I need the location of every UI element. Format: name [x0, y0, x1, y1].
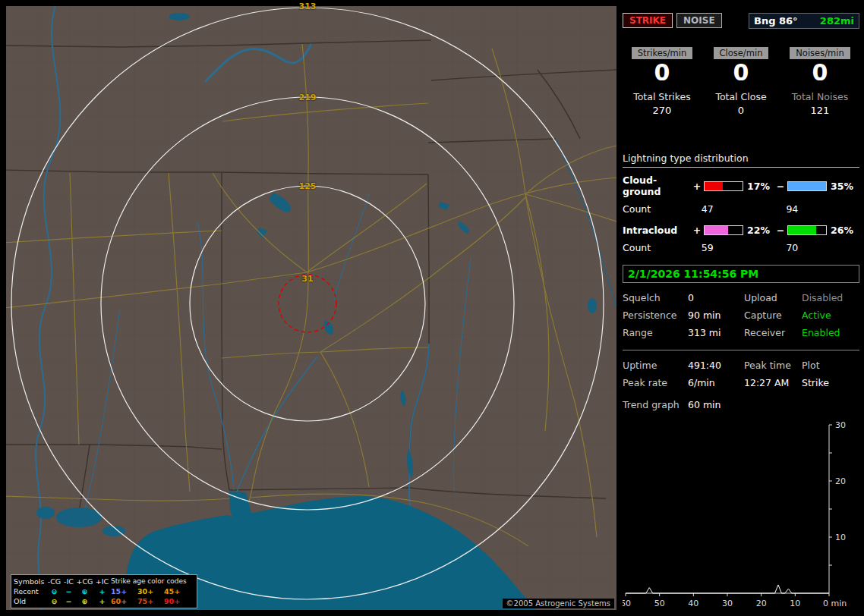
- minus-sign: −: [776, 181, 785, 192]
- range-ring-label-219: 219: [299, 93, 317, 102]
- cg-minus-percent: 35%: [831, 181, 859, 192]
- strikes-rate-column: Strikes/min 0 Total Strikes 270: [623, 47, 702, 116]
- svg-text:10: 10: [790, 599, 800, 608]
- ic-plus-percent: 22%: [747, 225, 776, 236]
- old-pos-cg-symbol: ⊕: [76, 596, 93, 606]
- cloud-ground-label: Cloud-ground: [623, 174, 692, 197]
- upload-label: Upload: [744, 292, 802, 303]
- legend-row-recent: Recent: [14, 586, 47, 596]
- cg-plus-count: 47: [690, 203, 775, 215]
- receiver-label: Receiver: [744, 327, 802, 338]
- cg-plus-percent: 17%: [747, 181, 776, 192]
- cg-minus-count: 94: [774, 203, 859, 215]
- trend-window-value: 60 min: [688, 399, 859, 410]
- cg-plus-bar: [704, 181, 743, 191]
- age-code-45: 45+: [164, 586, 191, 596]
- ic-minus-bar-fill: [788, 226, 816, 234]
- close-rate-column: Close/min 0 Total Close 0: [702, 47, 780, 116]
- squelch-label: Squelch: [623, 292, 688, 303]
- status-side-panel: STRIKE NOISE Bng 86° 282mi Strikes/min 0…: [623, 6, 859, 610]
- close-per-min-value: 0: [702, 61, 780, 85]
- intracloud-count-row: Count 59 70: [623, 242, 859, 253]
- age-code-60: 60+: [111, 596, 137, 606]
- age-code-75: 75+: [137, 596, 164, 606]
- plus-sign: +: [692, 225, 702, 236]
- old-neg-cg-symbol: ⊖: [47, 596, 61, 606]
- ic-plus-count: 59: [690, 242, 775, 253]
- noises-per-min-value: 0: [780, 61, 859, 85]
- datetime-display: 2/1/2026 11:54:56 PM: [623, 265, 859, 283]
- count-label: Count: [623, 203, 690, 215]
- copyright-notice: ©2005 Astrogenic Systems: [503, 599, 614, 608]
- peak-rate-label: Peak rate: [623, 377, 688, 388]
- svg-text:0 min: 0 min: [823, 599, 847, 608]
- bearing-label: Bng 86°: [754, 15, 798, 27]
- total-strikes-value: 270: [623, 105, 702, 116]
- svg-text:30: 30: [722, 599, 733, 608]
- range-ring-label-125: 125: [299, 181, 317, 191]
- total-close-label: Total Close: [702, 91, 780, 102]
- status-grid: Squelch 0 Upload Disabled Persistence 90…: [623, 292, 859, 338]
- uptime-label: Uptime: [623, 360, 688, 371]
- total-close-value: 0: [702, 105, 780, 116]
- svg-text:10: 10: [835, 533, 846, 542]
- age-code-90: 90+: [164, 596, 191, 606]
- trend-graph-label: Trend graph: [623, 399, 688, 410]
- plus-sign: +: [692, 181, 702, 192]
- svg-text:40: 40: [688, 599, 698, 608]
- total-noises-label: Total Noises: [780, 91, 859, 102]
- map-panel: 313 219 125 31 Symbols -CG -IC +CG +IC S…: [6, 6, 616, 610]
- legend-header-pos-cg: +CG: [76, 577, 93, 586]
- distribution-title: Lightning type distribution: [623, 152, 859, 168]
- recent-neg-ic-symbol: −: [61, 586, 76, 596]
- trend-graph: 1020306050403020100 min: [623, 414, 859, 614]
- old-pos-ic-symbol: +: [93, 596, 111, 606]
- recent-pos-cg-symbol: ⊕: [76, 586, 93, 596]
- capture-label: Capture: [744, 310, 802, 321]
- cg-minus-bar-fill: [788, 182, 826, 190]
- cg-plus-bar-fill: [705, 182, 723, 190]
- peak-time-value: 12:27 AM: [744, 377, 802, 388]
- recent-pos-ic-symbol: +: [93, 586, 111, 596]
- svg-text:20: 20: [756, 599, 767, 608]
- cloud-ground-row: Cloud-ground + 17% − 35%: [623, 174, 859, 197]
- noises-per-min-label: Noises/min: [790, 47, 850, 59]
- peak-time-label: Peak time: [744, 360, 802, 371]
- bearing-distance: 282mi: [820, 15, 854, 27]
- intracloud-row: Intracloud + 22% − 26%: [623, 225, 859, 236]
- svg-text:60: 60: [623, 599, 631, 608]
- recent-neg-cg-symbol: ⊖: [47, 586, 61, 596]
- plot-mode-value: Strike: [802, 377, 859, 388]
- persistence-value: 90 min: [688, 310, 744, 321]
- ic-plus-bar-fill: [705, 226, 728, 234]
- total-strikes-label: Total Strikes: [623, 91, 702, 102]
- noise-mode-button[interactable]: NOISE: [676, 13, 722, 28]
- legend-header-pos-ic: +IC: [93, 577, 111, 586]
- info-grid: Uptime 491:40 Peak time Plot Peak rate 6…: [623, 360, 859, 388]
- upload-status: Disabled: [802, 292, 859, 303]
- trend-graph-header: Trend graph 60 min: [623, 399, 859, 410]
- age-code-30: 30+: [137, 586, 164, 596]
- legend-symbols-header: Symbols: [14, 577, 47, 586]
- mode-controls: STRIKE NOISE Bng 86° 282mi: [623, 12, 859, 29]
- ic-minus-percent: 26%: [831, 225, 859, 236]
- peak-rate-value: 6/min: [688, 377, 744, 388]
- range-label: Range: [623, 327, 688, 338]
- legend-header-neg-ic: -IC: [61, 577, 76, 586]
- legend-header-neg-cg: -CG: [47, 577, 61, 586]
- cloud-ground-count-row: Count 47 94: [623, 203, 859, 215]
- legend-age-title: Strike age color codes: [111, 577, 191, 586]
- strikes-per-min-label: Strikes/min: [632, 47, 693, 59]
- rate-boxes: Strikes/min 0 Total Strikes 270 Close/mi…: [623, 47, 859, 116]
- capture-status: Active: [802, 310, 859, 321]
- svg-text:50: 50: [654, 599, 665, 608]
- old-neg-ic-symbol: −: [61, 596, 76, 606]
- count-label: Count: [623, 242, 690, 253]
- map-legend: Symbols -CG -IC +CG +IC Strike age color…: [11, 574, 197, 608]
- strikes-per-min-value: 0: [623, 61, 702, 85]
- strike-mode-button[interactable]: STRIKE: [623, 13, 673, 28]
- intracloud-label: Intracloud: [623, 225, 692, 236]
- receiver-status: Enabled: [802, 327, 859, 338]
- close-per-min-label: Close/min: [714, 47, 769, 59]
- plot-label: Plot: [802, 360, 859, 371]
